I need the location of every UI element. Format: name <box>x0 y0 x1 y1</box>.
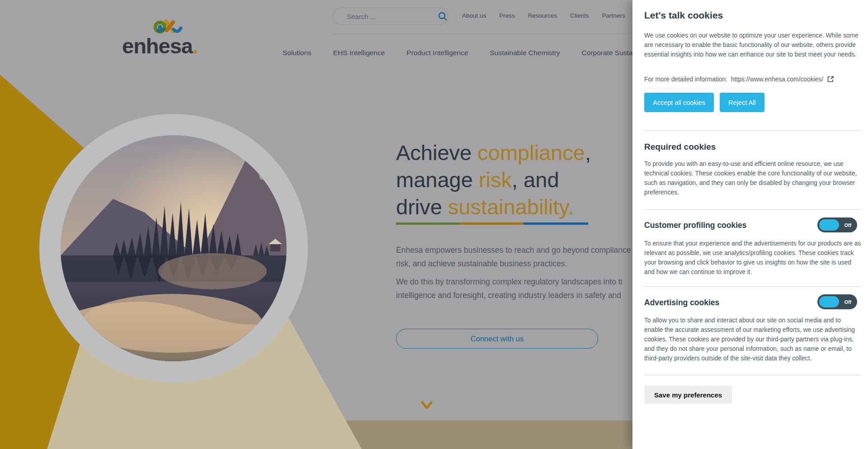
top-nav-resources[interactable]: Resources <box>528 12 557 19</box>
hero-underline <box>396 222 588 225</box>
panel-divider <box>644 375 860 375</box>
main-nav-solutions[interactable]: Solutions <box>283 49 311 57</box>
customer-profiling-toggle[interactable]: Off <box>817 217 857 232</box>
advertising-cookies-body: To allow you to share and interact about… <box>644 316 861 363</box>
advertising-cookies-title: Advertising cookies <box>644 298 719 307</box>
required-cookies-body: To provide you with an easy-to-use and e… <box>644 159 861 197</box>
top-nav-press[interactable]: Press <box>499 12 515 19</box>
accept-all-cookies-button[interactable]: Accept all cookies <box>644 93 714 112</box>
external-link-icon[interactable] <box>827 76 834 83</box>
main-nav-product-intelligence[interactable]: Product Intelligence <box>406 49 468 57</box>
customer-profiling-cookies-title: Customer profiling cookies <box>644 221 747 230</box>
search-input[interactable] <box>333 13 437 20</box>
main-nav-sustainable-chemistry[interactable]: Sustainable Chemistry <box>490 49 560 57</box>
logo-wordmark: enhesa. <box>122 33 198 58</box>
search-icon <box>438 11 448 21</box>
panel-divider <box>644 286 860 287</box>
cookie-consent-panel: Let's talk cookies We use cookies on our… <box>632 0 868 449</box>
advertising-toggle[interactable]: Off <box>817 294 857 309</box>
panel-divider <box>644 130 860 131</box>
main-nav: Solutions EHS Intelligence Product Intel… <box>283 49 656 57</box>
cookie-more-info: For more detailed information: https://w… <box>644 76 834 83</box>
top-nav-clients[interactable]: Clients <box>570 12 589 19</box>
hero-paragraph-2: We do this by transforming complex regul… <box>396 275 623 302</box>
hero-heading: Achieve compliance, manage risk, and dri… <box>396 139 591 221</box>
connect-with-us-button[interactable]: Connect with us <box>396 329 598 349</box>
toggle-knob <box>819 219 839 231</box>
required-cookies-title: Required cookies <box>644 142 716 152</box>
hero-paragraph-1: Enhesa empowers businesses to reach and … <box>396 243 631 270</box>
reject-all-button[interactable]: Reject All <box>720 93 764 112</box>
save-preferences-button[interactable]: Save my preferences <box>644 386 732 404</box>
cookie-panel-title: Let's talk cookies <box>644 10 723 21</box>
top-nav-partners[interactable]: Partners <box>602 12 625 19</box>
cookie-action-buttons: Accept all cookies Reject All <box>644 93 764 112</box>
cookies-policy-link[interactable]: https://www.enhesa.com/cookies/ <box>731 76 823 83</box>
enhesa-infinity-icon <box>153 16 183 35</box>
toggle-state-label: Off <box>844 217 851 232</box>
top-nav: About us Press Resources Clients Partner… <box>462 12 625 19</box>
main-nav-ehs-intelligence[interactable]: EHS Intelligence <box>333 49 385 57</box>
scroll-down-chevron-icon[interactable] <box>419 400 435 411</box>
search-bar[interactable] <box>333 8 448 25</box>
panel-divider <box>644 209 860 210</box>
toggle-state-label: Off <box>844 294 851 309</box>
search-button[interactable] <box>437 8 448 24</box>
more-info-label: For more detailed information: <box>644 76 727 83</box>
toggle-knob <box>819 296 839 307</box>
top-nav-about-us[interactable]: About us <box>462 12 486 19</box>
customer-profiling-cookies-body: To ensure that your experience and the a… <box>644 239 861 277</box>
cookie-intro-text: We use cookies on our website to optimiz… <box>644 31 860 59</box>
